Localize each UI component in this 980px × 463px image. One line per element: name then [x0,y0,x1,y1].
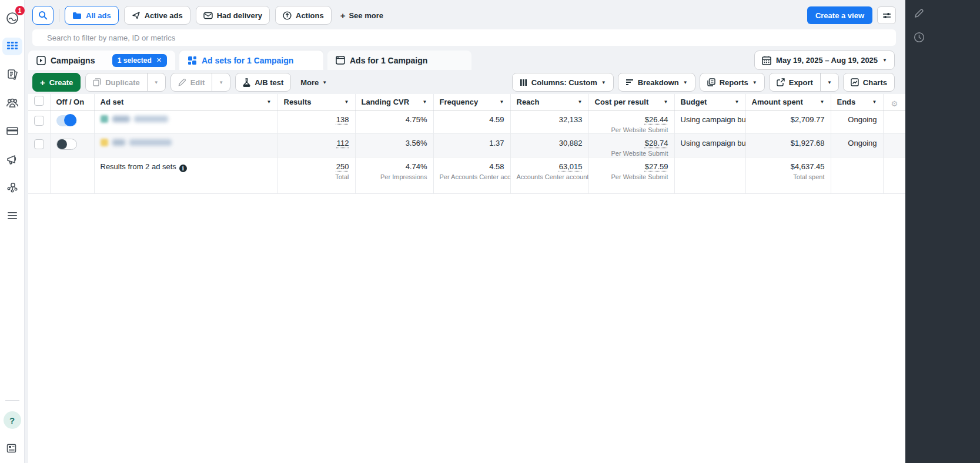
col-cost-per-result[interactable]: Cost per result▼ [588,94,674,110]
row-checkbox[interactable] [34,116,44,126]
circle-arrow-icon [283,11,292,20]
ads-manager-app: 1 ? [0,0,980,463]
sidebar-item-updates[interactable] [2,439,22,457]
notification-badge: 1 [15,6,25,15]
duplicate-menu-button[interactable]: ▼ [147,73,165,91]
columns-label: Columns: Custom [531,78,597,87]
sort-caret-icon[interactable]: ▼ [735,99,740,105]
ad-set-status-dot [101,115,108,123]
col-landing-cvr[interactable]: Landing CVR▼ [355,94,433,110]
results-cell[interactable]: 112 [277,133,355,157]
edit-panel-button[interactable] [911,6,927,21]
blurred-name [134,116,168,122]
filter-chip-all-ads[interactable]: All ads [65,6,119,25]
sort-caret-icon[interactable]: ▼ [267,99,272,105]
results-cell[interactable]: 138 [277,110,355,133]
history-panel-button[interactable] [911,29,927,45]
info-icon[interactable]: i [179,165,187,172]
reach-cell: 30,882 [510,133,588,157]
more-button[interactable]: More ▼ [296,78,332,87]
edit-button[interactable]: Edit [171,73,212,91]
summary-cost-cell[interactable]: $27.59Per Website Submit [588,157,674,193]
search-input[interactable] [32,29,896,46]
blurred-name [112,116,130,122]
sidebar-item-business-assets[interactable] [2,179,22,196]
sort-caret-icon[interactable]: ▼ [423,99,427,105]
tab-campaigns[interactable]: Campaigns 1 selected ✕ [28,51,175,70]
ad-set-toggle-on[interactable] [56,115,77,126]
summary-row: Results from 2 ad setsi 250Total 4.74%Pe… [28,157,905,193]
table-row[interactable]: 138 4.75% 4.59 32,133 $26.44Per Website … [28,110,905,133]
search-button[interactable] [32,6,53,25]
sort-caret-icon[interactable]: ▼ [500,99,504,105]
help-button[interactable]: ? [4,411,21,429]
col-budget[interactable]: Budget▼ [674,94,745,110]
summary-results-cell[interactable]: 250Total [277,157,355,193]
sort-caret-icon[interactable]: ▼ [664,99,668,105]
edit-menu-button[interactable]: ▼ [212,73,230,91]
create-button[interactable]: + Create [32,73,81,92]
filter-chip-had-delivery[interactable]: Had delivery [196,6,270,25]
meta-logo-icon[interactable]: 1 [2,9,22,27]
sort-caret-icon[interactable]: ▼ [820,99,825,105]
ad-sets-table-panel: Off / On Ad set▼ Results▼ Landing CVR▼ F… [28,94,905,463]
pencil-icon [178,78,186,86]
table-row[interactable]: 112 3.56% 1.37 30,882 $28.74Per Website … [28,133,905,157]
export-menu-button[interactable]: ▼ [820,73,838,91]
column-settings-cell[interactable]: ⚙ [883,94,905,110]
sidebar-item-billing[interactable] [2,122,22,140]
ad-set-name-cell[interactable] [94,133,277,157]
see-more-button[interactable]: + See more [337,11,387,21]
sidebar-item-advertise[interactable] [2,150,22,168]
tab-ads[interactable]: Ads for 1 Campaign [327,51,471,70]
sidebar-item-all-tools[interactable] [2,207,22,224]
table-grid-icon [6,41,18,52]
ad-set-name-cell[interactable] [94,110,277,133]
chevron-down-icon: ▼ [322,80,327,85]
columns-button[interactable]: Columns: Custom ▼ [512,73,614,92]
sort-caret-icon[interactable]: ▼ [872,99,877,105]
cost-per-result-cell[interactable]: $26.44Per Website Submit [588,110,674,133]
col-frequency[interactable]: Frequency▼ [433,94,510,110]
sidebar-item-campaigns[interactable] [2,38,22,55]
frequency-cell: 1.37 [433,133,510,157]
breakdown-icon [626,79,634,86]
tab-ad-sets[interactable]: Ad sets for 1 Campaign [179,51,323,70]
selected-count-badge[interactable]: 1 selected ✕ [112,54,167,67]
col-ends[interactable]: Ends▼ [831,94,883,110]
sort-caret-icon[interactable]: ▼ [344,99,349,105]
calendar-icon [762,56,771,65]
newspaper-icon [6,444,18,454]
row-checkbox[interactable] [34,139,44,149]
view-settings-button[interactable] [877,6,896,24]
sidebar-item-account-overview[interactable] [2,66,22,83]
landing-cvr-cell: 4.75% [355,110,433,133]
col-results[interactable]: Results▼ [277,94,355,110]
select-all-checkbox[interactable] [34,96,44,106]
gear-icon[interactable]: ⚙ [891,99,898,108]
sidebar-item-audiences[interactable] [2,94,22,112]
filter-chip-actions[interactable]: Actions [275,6,332,25]
col-ad-set[interactable]: Ad set▼ [94,94,277,110]
pencil-icon [914,8,924,19]
export-button[interactable]: Export [770,73,820,91]
charts-button[interactable]: Charts [843,73,895,92]
ad-set-toggle-off[interactable] [56,139,77,150]
reports-button[interactable]: Reports ▼ [700,73,765,92]
col-reach[interactable]: Reach▼ [510,94,588,110]
close-icon[interactable]: ✕ [156,56,162,64]
breakdown-button[interactable]: Breakdown ▼ [618,73,695,92]
summary-reach-cell[interactable]: 63,015Accounts Center accounts [510,157,588,193]
flask-icon [243,78,250,87]
cost-per-result-cell[interactable]: $28.74Per Website Submit [588,133,674,157]
sort-caret-icon[interactable]: ▼ [578,99,583,105]
date-range-picker[interactable]: May 19, 2025 – Aug 19, 2025 ▼ [754,51,895,70]
duplicate-button[interactable]: Duplicate [86,73,147,91]
ab-test-button[interactable]: A/B test [235,73,291,92]
col-amount-spent[interactable]: Amount spent▼ [745,94,831,110]
create-label: Create [49,78,73,87]
filter-chip-active-ads[interactable]: Active ads [124,6,190,25]
create-a-view-button[interactable]: Create a view [807,6,872,24]
tab-label: Ads for 1 Campaign [350,56,427,65]
clock-icon [914,32,925,43]
